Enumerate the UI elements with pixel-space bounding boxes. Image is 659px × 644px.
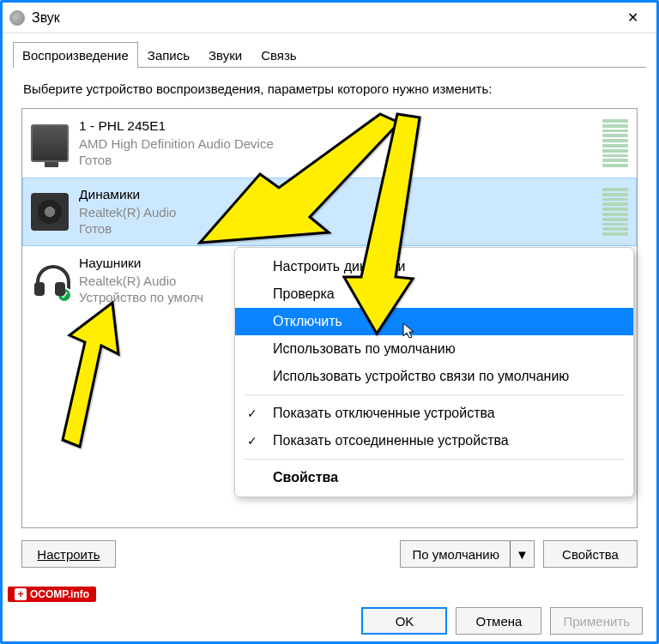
device-text: 1 - PHL 245E1 AMD High Definition Audio …: [79, 117, 592, 168]
default-button-label: По умолчанию: [413, 547, 499, 562]
sound-dialog: Звук ✕ Воспроизведение Запись Звуки Связ…: [0, 0, 659, 644]
menu-set-default-comm[interactable]: Использовать устройство связи по умолчан…: [235, 363, 633, 390]
apply-button: Применить: [550, 607, 643, 635]
default-badge-icon: ✓: [57, 287, 72, 303]
configure-button[interactable]: Настроить: [21, 540, 116, 568]
headphones-icon: ✓: [31, 262, 69, 299]
device-row-speakers[interactable]: Динамики Realtek(R) Audio Готов: [22, 178, 637, 246]
menu-separator: [244, 394, 625, 395]
device-status: Готов: [79, 152, 592, 169]
tab-communications[interactable]: Связь: [251, 42, 305, 68]
menu-disable[interactable]: Отключить: [235, 308, 633, 335]
watermark-text: OCOMP.info: [30, 588, 89, 600]
cancel-button[interactable]: Отмена: [456, 607, 541, 635]
window-title: Звук: [32, 10, 615, 26]
configure-button-label: Настроить: [37, 547, 100, 562]
menu-show-disabled[interactable]: ✓ Показать отключенные устройства: [235, 400, 633, 427]
device-desc: AMD High Definition Audio Device: [79, 135, 592, 153]
tab-recording[interactable]: Запись: [138, 42, 199, 68]
properties-button[interactable]: Свойства: [543, 540, 638, 568]
device-row-monitor[interactable]: 1 - PHL 245E1 AMD High Definition Audio …: [22, 109, 637, 178]
menu-item-label: Показать отключенные устройства: [273, 406, 495, 421]
watermark: + OCOMP.info: [8, 587, 96, 602]
plus-icon: +: [15, 588, 27, 600]
checkmark-icon: ✓: [247, 434, 257, 448]
device-status: Готов: [79, 220, 592, 238]
panel-button-row: Настроить По умолчанию ▼ Свойства: [21, 540, 638, 568]
context-menu: Настроить динамики Проверка Отключить Ис…: [234, 247, 634, 497]
device-name: 1 - PHL 245E1: [79, 117, 592, 135]
menu-configure-speakers[interactable]: Настроить динамики: [235, 253, 633, 280]
tabstrip: Воспроизведение Запись Звуки Связь: [3, 33, 656, 68]
level-meter: [602, 188, 628, 236]
level-meter: [602, 119, 628, 167]
checkmark-icon: ✓: [247, 406, 257, 420]
device-desc: Realtek(R) Audio: [79, 204, 592, 221]
menu-properties[interactable]: Свойства: [235, 464, 633, 491]
device-name: Динамики: [79, 186, 592, 203]
default-button[interactable]: По умолчанию ▼: [400, 540, 535, 568]
speaker-icon: [31, 193, 69, 231]
instruction-text: Выберите устройство воспроизведения, пар…: [23, 81, 636, 96]
menu-show-disconnected[interactable]: ✓ Показать отсоединенные устройства: [235, 427, 633, 454]
close-icon: ✕: [627, 9, 638, 26]
menu-test[interactable]: Проверка: [235, 280, 633, 308]
properties-button-label: Свойства: [562, 547, 619, 562]
titlebar: Звук ✕: [3, 3, 656, 33]
tab-playback[interactable]: Воспроизведение: [13, 42, 138, 68]
monitor-icon: [31, 124, 69, 162]
tab-sounds[interactable]: Звуки: [199, 42, 251, 68]
close-button[interactable]: ✕: [615, 6, 650, 30]
menu-item-label: Показать отсоединенные устройства: [273, 433, 509, 448]
dialog-footer: OK Отмена Применить: [361, 607, 643, 635]
dropdown-caret-icon[interactable]: ▼: [510, 541, 534, 567]
ok-button[interactable]: OK: [361, 607, 447, 635]
sound-icon: [9, 10, 25, 26]
menu-set-default[interactable]: Использовать по умолчанию: [235, 335, 633, 363]
device-text: Динамики Realtek(R) Audio Готов: [79, 186, 592, 237]
menu-separator: [244, 459, 625, 460]
